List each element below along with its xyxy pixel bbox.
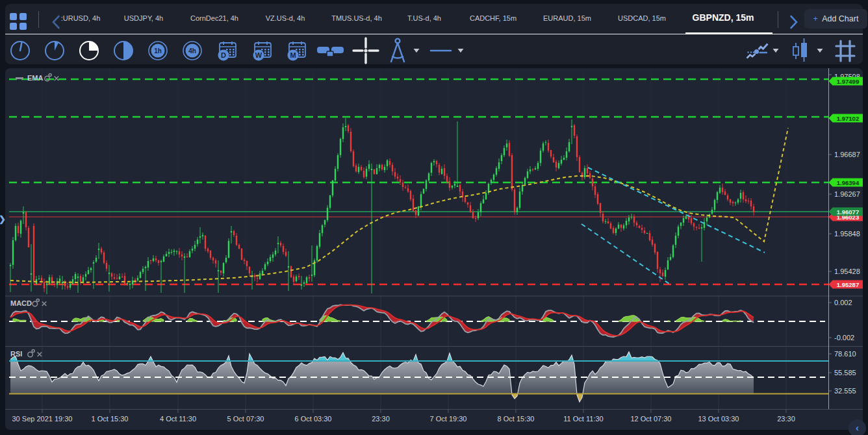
svg-text:6 Oct 03:30: 6 Oct 03:30 — [295, 415, 332, 423]
svg-text:4 Oct 11:30: 4 Oct 11:30 — [160, 415, 196, 423]
svg-text:13 Oct 03:30: 13 Oct 03:30 — [698, 415, 739, 423]
svg-text:EMA: EMA — [27, 74, 44, 82]
svg-text:30 Sep 2021 19:30: 30 Sep 2021 19:30 — [12, 415, 73, 423]
svg-text:1.95848: 1.95848 — [834, 230, 860, 238]
svg-text:5 Oct 07:30: 5 Oct 07:30 — [227, 415, 264, 423]
svg-text:1.96394: 1.96394 — [837, 179, 860, 186]
svg-text:MACD: MACD — [10, 299, 32, 307]
svg-text:1.96267: 1.96267 — [834, 190, 860, 198]
svg-text:1.95428: 1.95428 — [834, 267, 860, 275]
svg-text:1.96687: 1.96687 — [834, 151, 860, 158]
svg-text:1.95287: 1.95287 — [837, 281, 859, 288]
svg-text:1h: 1h — [154, 47, 162, 55]
svg-text:1 Oct 15:30: 1 Oct 15:30 — [92, 415, 129, 423]
svg-text:78.610: 78.610 — [834, 350, 856, 358]
svg-text:0.002: 0.002 — [834, 299, 852, 306]
svg-text:23:30: 23:30 — [777, 415, 795, 423]
svg-text:11 Oct 11:30: 11 Oct 11:30 — [563, 415, 603, 423]
svg-text:12 Oct 07:30: 12 Oct 07:30 — [631, 415, 672, 423]
svg-text:1.97102: 1.97102 — [837, 115, 859, 122]
svg-text:23:30: 23:30 — [372, 415, 390, 423]
svg-text:1.97499: 1.97499 — [837, 78, 859, 85]
svg-text:RSI: RSI — [10, 350, 22, 358]
svg-text:W: W — [255, 51, 262, 59]
svg-text:-0.002: -0.002 — [834, 334, 854, 342]
svg-text:1.96077: 1.96077 — [837, 208, 859, 216]
svg-text:M: M — [290, 51, 296, 59]
svg-text:8 Oct 15:30: 8 Oct 15:30 — [498, 415, 535, 423]
svg-text:7 Oct 19:30: 7 Oct 19:30 — [430, 415, 467, 423]
svg-text:32.555: 32.555 — [834, 387, 856, 395]
svg-text:4h: 4h — [188, 47, 196, 55]
svg-text:D: D — [221, 51, 226, 59]
svg-text:55.585: 55.585 — [834, 369, 856, 377]
